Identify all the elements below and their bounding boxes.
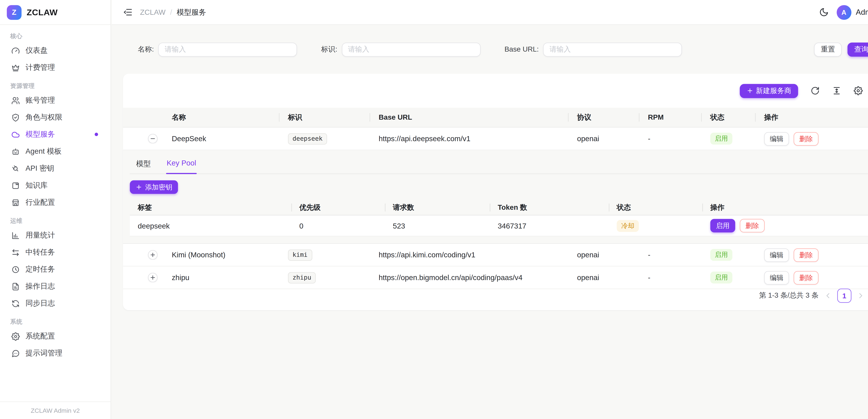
collapse-sidebar-icon[interactable]: [123, 7, 133, 17]
provider-actions: 编辑删除: [755, 132, 868, 145]
avatar: A: [837, 5, 851, 20]
key-column-header: 优先级: [291, 203, 385, 212]
table-settings-icon[interactable]: [854, 86, 863, 95]
sidebar-section-label: 资源管理: [7, 79, 104, 92]
provider-name: DeepSeek: [163, 134, 279, 143]
tab-models[interactable]: 模型: [135, 155, 151, 174]
refresh-icon[interactable]: [810, 86, 819, 95]
sidebar-section-label: 系统: [7, 315, 104, 328]
user-menu[interactable]: A Admin: [837, 5, 868, 20]
filter-bar: 名称:标识:Base URL: 重置 查询: [123, 25, 868, 74]
logo-mark: Z: [7, 5, 22, 20]
sidebar-item-label: 计费管理: [26, 62, 55, 72]
sidebar-item-Agent 模板[interactable]: Agent 模板: [7, 143, 104, 159]
edit-button[interactable]: 编辑: [764, 248, 789, 262]
plug-icon: [11, 164, 20, 173]
swap-icon: [11, 248, 20, 257]
reset-button[interactable]: 重置: [814, 42, 842, 56]
search-button[interactable]: 查询: [847, 42, 868, 56]
column-header: 操作: [755, 113, 868, 122]
delete-button[interactable]: 删除: [794, 132, 818, 145]
tab-key-pool[interactable]: Key Pool: [166, 155, 197, 174]
breadcrumb-current: 模型服务: [177, 7, 206, 18]
enable-key-button[interactable]: 启用: [710, 219, 735, 232]
sidebar-item-模型服务[interactable]: 模型服务: [7, 126, 104, 142]
provider-base-url: https://open.bigmodel.cn/api/coding/paas…: [370, 273, 568, 282]
sidebar-item-label: Agent 模板: [26, 146, 62, 156]
filter-label: Base URL:: [504, 45, 539, 53]
sidebar-menu: 核心仪表盘计费管理资源管理账号管理角色与权限模型服务Agent 模板API 密钥…: [0, 25, 111, 401]
logo[interactable]: Z ZCLAW: [0, 0, 111, 25]
sidebar-item-定时任务[interactable]: 定时任务: [7, 261, 104, 277]
delete-button[interactable]: 删除: [794, 248, 818, 262]
card-toolbar: 新建服务商: [123, 73, 868, 108]
sidebar-item-计费管理[interactable]: 计费管理: [7, 60, 104, 76]
next-page-icon[interactable]: [857, 291, 865, 300]
new-provider-button[interactable]: 新建服务商: [740, 84, 798, 98]
user-name: Admin: [856, 8, 868, 17]
new-provider-label: 新建服务商: [756, 87, 791, 94]
main-area: ZCLAW / 模型服务 A Admin 名称:标识:Base URL: 重置 …: [112, 0, 868, 419]
column-header: 名称: [163, 113, 279, 122]
sidebar-item-账号管理[interactable]: 账号管理: [7, 92, 104, 108]
store-icon: [11, 198, 20, 207]
sidebar-item-角色与权限[interactable]: 角色与权限: [7, 110, 104, 125]
edit-button[interactable]: 编辑: [764, 271, 789, 284]
filter-fields: 名称:标识:Base URL:: [138, 42, 682, 56]
key-column-header: Token 数: [490, 203, 609, 212]
plus-icon: [150, 274, 156, 280]
sidebar-item-label: 系统配置: [26, 331, 55, 341]
sidebar-item-知识库[interactable]: 知识库: [7, 177, 104, 193]
expand-row-button[interactable]: [148, 250, 158, 260]
delete-key-button[interactable]: 删除: [740, 219, 765, 232]
pagination-summary: 第 1-3 条/总共 3 条: [759, 291, 819, 301]
sidebar-item-用量统计[interactable]: 用量统计: [7, 227, 104, 243]
expand-row-button[interactable]: [148, 273, 158, 282]
expand-cell: [123, 134, 163, 144]
sidebar-item-操作日志[interactable]: 操作日志: [7, 278, 104, 294]
add-key-button[interactable]: 添加密钥: [130, 180, 178, 194]
filter-label: 标识:: [321, 44, 337, 54]
provider-protocol: openai: [568, 134, 639, 143]
provider-rpm: -: [639, 250, 701, 259]
breadcrumb-root[interactable]: ZCLAW: [140, 8, 166, 17]
sidebar-item-仪表盘[interactable]: 仪表盘: [7, 42, 104, 58]
key-column-header: 状态: [609, 203, 702, 212]
edit-button[interactable]: 编辑: [764, 132, 789, 145]
provider-status-cell: 启用: [701, 272, 755, 283]
collapse-row-button[interactable]: [148, 134, 158, 144]
provider-slug-tag: zhipu: [288, 272, 316, 283]
sidebar-item-API 密钥[interactable]: API 密钥: [7, 160, 104, 176]
sidebar-item-同步日志[interactable]: 同步日志: [7, 295, 104, 311]
provider-slug-cell: deepseek: [279, 133, 370, 144]
providers-card: 新建服务商 名称标识Base URL协议RPM状态操作 DeepSeekdeep…: [123, 73, 868, 310]
provider-row: zhipuzhipuhttps://open.bigmodel.cn/api/c…: [123, 267, 868, 289]
sidebar-item-中转任务[interactable]: 中转任务: [7, 244, 104, 260]
bar-chart-icon: [11, 231, 20, 240]
filter-label: 名称:: [138, 44, 154, 54]
prev-page-icon[interactable]: [824, 291, 832, 300]
filter-group: 名称:: [138, 42, 297, 56]
provider-row: DeepSeekdeepseekhttps://api.deepseek.com…: [123, 128, 868, 150]
provider-actions: 编辑删除: [755, 271, 868, 284]
plus-icon: [135, 184, 142, 190]
sidebar-item-label: 模型服务: [26, 129, 55, 140]
filter-input-0[interactable]: [158, 42, 298, 56]
sidebar-item-系统配置[interactable]: 系统配置: [7, 328, 104, 344]
chat-icon: [11, 349, 20, 358]
status-badge: 启用: [710, 249, 732, 261]
key-row: deepseek05233467317冷却启用删除: [130, 215, 868, 237]
delete-button[interactable]: 删除: [794, 271, 818, 284]
sidebar-item-提示词管理[interactable]: 提示词管理: [7, 346, 104, 361]
filter-input-1[interactable]: [342, 42, 481, 56]
page-1-button[interactable]: 1: [837, 289, 851, 303]
filter-input-2[interactable]: [544, 42, 682, 56]
dark-mode-moon-icon[interactable]: [819, 7, 829, 17]
row-height-icon[interactable]: [832, 86, 841, 95]
providers-table-body: DeepSeekdeepseekhttps://api.deepseek.com…: [123, 128, 868, 289]
key-priority: 0: [291, 221, 385, 230]
key-tokens: 3467317: [490, 221, 609, 230]
sidebar-item-label: 中转任务: [26, 247, 55, 258]
sidebar-item-label: 同步日志: [26, 298, 55, 308]
sidebar-item-行业配置[interactable]: 行业配置: [7, 194, 104, 210]
